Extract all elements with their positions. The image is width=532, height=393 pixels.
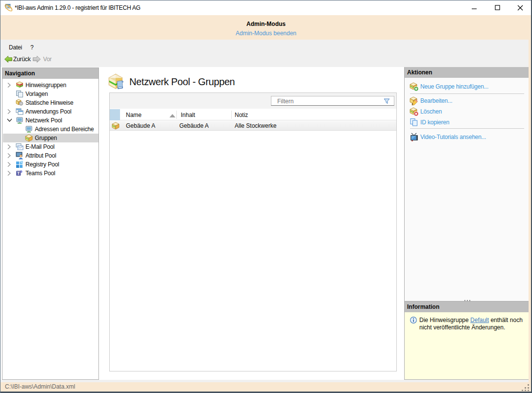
svg-text:T: T	[17, 171, 20, 176]
